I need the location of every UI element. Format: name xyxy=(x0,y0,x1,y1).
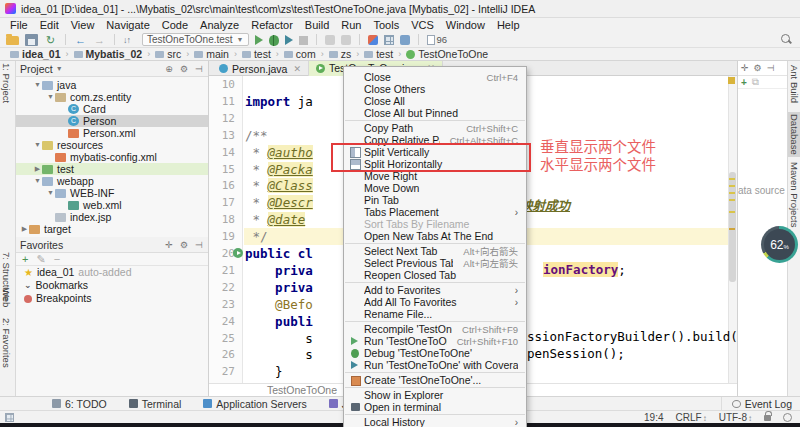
favorites-item-breakpoints[interactable]: Breakpoints xyxy=(16,292,208,305)
tree-item-webapp[interactable]: ▼webapp xyxy=(16,175,208,187)
add-favorite-icon[interactable]: + xyxy=(22,253,28,265)
menubar-item-edit[interactable]: Edit xyxy=(34,18,65,32)
compare-icon[interactable]: ↓↑ xyxy=(123,34,136,46)
inspection-profile-icon[interactable] xyxy=(783,413,792,422)
menu-item-run-testonetoone[interactable]: Run 'TestOneToOne'Ctrl+Shift+F10 xyxy=(344,335,526,347)
add-data-source-icon[interactable]: + xyxy=(741,77,747,88)
add-icon[interactable]: ✛ xyxy=(741,63,749,73)
back-icon[interactable]: ← xyxy=(74,34,87,46)
menu-item-pin-tab[interactable]: Pin Tab xyxy=(344,194,526,206)
tree-item-test[interactable]: ▶test xyxy=(16,163,208,175)
menubar-item-vcs[interactable]: VCS xyxy=(405,18,440,32)
tool-window-switcher-icon[interactable] xyxy=(5,413,14,422)
tree-item-com-zs-entity[interactable]: ▼com.zs.entity xyxy=(16,91,208,103)
tool-button-maven-projects[interactable]: Maven Projects xyxy=(788,160,800,229)
menubar-item-tools[interactable]: Tools xyxy=(367,18,405,32)
run-icon[interactable] xyxy=(255,35,263,45)
favorites-item-bookmarks[interactable]: ⌄Bookmarks xyxy=(16,279,208,292)
tree-item-java[interactable]: ▼java xyxy=(16,79,208,91)
menubar-item-code[interactable]: Code xyxy=(156,18,194,32)
run-with-coverage-icon[interactable] xyxy=(285,35,293,45)
save-all-icon[interactable] xyxy=(25,34,38,46)
open-folder-icon[interactable] xyxy=(6,36,19,45)
menu-item-tabs-placement[interactable]: Tabs Placement› xyxy=(344,206,526,218)
tree-item-web-inf[interactable]: ▼WEB-INF xyxy=(16,187,208,199)
menu-item-copy-path[interactable]: Copy PathCtrl+Shift+C xyxy=(344,122,526,134)
menu-item-select-previous-tab[interactable]: Select Previous TabAlt+向左箭头 xyxy=(344,257,526,269)
chevron-down-icon[interactable]: ▼ xyxy=(56,65,63,72)
lock-icon[interactable] xyxy=(764,415,771,421)
debug-icon[interactable] xyxy=(269,35,279,46)
menubar-item-build[interactable]: Build xyxy=(299,18,335,32)
tool-button-application-servers[interactable]: Application Servers xyxy=(203,398,306,410)
tool-button-web[interactable]: Web xyxy=(1,288,12,307)
tree-item-mybatis-config-xml[interactable]: mybatis-config.xml xyxy=(16,151,208,163)
inspection-status-icon[interactable] xyxy=(728,77,735,84)
menu-item-add-to-favorites[interactable]: Add to Favorites› xyxy=(344,284,526,296)
tree-item-person[interactable]: Person xyxy=(16,115,208,127)
breadcrumb-src[interactable]: src xyxy=(153,48,183,60)
menubar-item-window[interactable]: Window xyxy=(440,18,491,32)
tree-item-web-xml[interactable]: web.xml xyxy=(16,199,208,211)
menu-item-create-testonetoone[interactable]: Create 'TestOneToOne'... xyxy=(344,374,526,386)
encoding-select[interactable]: UTF-8↕ xyxy=(719,412,752,423)
breadcrumb-main[interactable]: main xyxy=(192,48,231,60)
menu-item-close-all-but-pinned[interactable]: Close All but Pinned xyxy=(344,107,526,119)
menu-item-debug-testonetoone[interactable]: Debug 'TestOneToOne' xyxy=(344,347,526,359)
tool-button-ant-build[interactable]: Ant Build xyxy=(788,63,800,105)
menubar-item-run[interactable]: Run xyxy=(335,18,367,32)
gear-icon[interactable]: ⚙ xyxy=(179,64,189,74)
plugin-icon[interactable] xyxy=(400,35,410,45)
breadcrumb-test[interactable]: test xyxy=(362,48,395,60)
chevron-down-icon[interactable]: ▼ xyxy=(46,187,55,199)
menubar-item-file[interactable]: File xyxy=(4,18,34,32)
chevron-right-icon[interactable]: ▶ xyxy=(33,163,42,175)
forward-icon[interactable]: → xyxy=(93,34,106,46)
gear-icon[interactable]: ⚙ xyxy=(754,63,762,73)
menu-item-open-new-tabs-at-the-end[interactable]: Open New Tabs At The End xyxy=(344,230,526,242)
menu-item-close[interactable]: CloseCtrl+F4 xyxy=(344,71,526,83)
tool-button-database[interactable]: Database xyxy=(788,112,800,157)
menubar-item-view[interactable]: View xyxy=(65,18,101,32)
close-icon[interactable]: ✕ xyxy=(293,64,301,74)
caret-position[interactable]: 19:4 xyxy=(644,412,663,423)
scrollbar-thumb[interactable] xyxy=(729,172,736,282)
chevron-right-icon[interactable]: ▶ xyxy=(20,223,29,235)
menu-item-show-in-explorer[interactable]: Show in Explorer xyxy=(344,389,526,401)
breadcrumb-idea-01[interactable]: idea_01 xyxy=(8,48,63,60)
tree-item-person-xml[interactable]: Person.xml xyxy=(16,127,208,139)
breadcrumb-com[interactable]: com xyxy=(282,48,318,60)
menubar-item-help[interactable]: Help xyxy=(491,18,526,32)
tool-icon[interactable] xyxy=(325,35,335,45)
menu-item-run-testonetoone-with-coverage[interactable]: Run 'TestOneToOne' with Coverage xyxy=(344,359,526,371)
menubar-item-navigate[interactable]: Navigate xyxy=(100,18,155,32)
hide-panel-icon[interactable]: ⊣ xyxy=(767,63,775,73)
tool-button-2-favorites[interactable]: 2: Favorites xyxy=(1,318,12,368)
chevron-down-icon[interactable]: ▼ xyxy=(33,139,42,151)
chevron-down-icon[interactable]: ▼ xyxy=(46,91,55,103)
hide-panel-icon[interactable]: ⊣ xyxy=(194,240,204,250)
menu-item-reopen-closed-tab[interactable]: Reopen Closed Tab xyxy=(344,269,526,281)
grid-icon[interactable] xyxy=(384,35,394,45)
run-configuration-select[interactable]: TestOneToOne.test ▼ xyxy=(142,33,249,46)
tool-button-6-todo[interactable]: 6: TODO xyxy=(52,398,107,410)
tree-item-target[interactable]: ▶target xyxy=(16,223,208,235)
tool-button-terminal[interactable]: Terminal xyxy=(129,398,182,410)
edit-favorite-icon[interactable]: ✎ xyxy=(36,253,45,266)
tree-item-resources[interactable]: ▼resources xyxy=(16,139,208,151)
breadcrumb-testonetoone[interactable]: TestOneToOne xyxy=(404,48,490,60)
synchronize-icon[interactable]: ↻ xyxy=(44,34,57,46)
hide-panel-icon[interactable]: ⊣ xyxy=(194,64,204,74)
search-icon[interactable] xyxy=(780,33,792,45)
menu-item-recompile-testonetoone-java[interactable]: Recompile 'TestOneToOne.java'Ctrl+Shift+… xyxy=(344,323,526,335)
run-test-icon[interactable] xyxy=(233,248,243,258)
menu-item-close-all[interactable]: Close All xyxy=(344,95,526,107)
menu-item-close-others[interactable]: Close Others xyxy=(344,83,526,95)
gear-icon[interactable]: ⚙ xyxy=(179,240,189,250)
breadcrumb-mybatis-02[interactable]: Mybatis_02 xyxy=(72,48,145,60)
edit-icon[interactable] xyxy=(368,35,378,45)
breadcrumb-test[interactable]: test xyxy=(240,48,273,60)
document-badge[interactable]: 96 xyxy=(427,34,448,45)
menu-item-local-history[interactable]: Local History› xyxy=(344,416,526,427)
duplicate-icon[interactable]: ⧉ xyxy=(752,76,759,88)
